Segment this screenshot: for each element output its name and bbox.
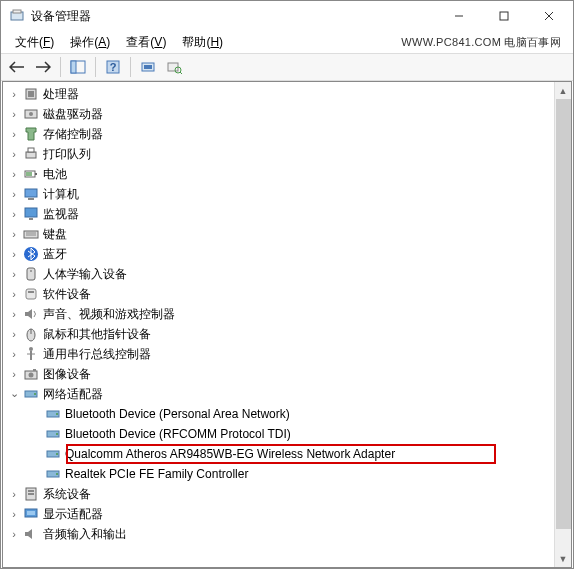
tree-node[interactable]: ›打印队列 [3, 144, 571, 164]
svg-point-49 [56, 433, 58, 435]
tree-node[interactable]: ›Qualcomm Atheros AR9485WB-EG Wireless N… [3, 444, 571, 464]
forward-button[interactable] [31, 55, 55, 79]
expand-icon[interactable]: › [7, 288, 21, 300]
printer-icon [23, 146, 39, 162]
svg-line-14 [180, 72, 182, 74]
tree-node[interactable]: ›音频输入和输出 [3, 524, 571, 544]
tree-node[interactable]: ›存储控制器 [3, 124, 571, 144]
scrollbar-vertical[interactable]: ▲ ▼ [554, 82, 571, 567]
tree-node-label: 键盘 [43, 226, 73, 243]
expand-icon[interactable]: › [7, 88, 21, 100]
menu-file[interactable]: 文件(F) [7, 32, 62, 53]
tree-node-label: 监视器 [43, 206, 85, 223]
svg-point-47 [56, 413, 58, 415]
tree-node[interactable]: ›声音、视频和游戏控制器 [3, 304, 571, 324]
hid-icon [23, 266, 39, 282]
toolbar-separator [95, 57, 96, 77]
tree-node[interactable]: ›Bluetooth Device (Personal Area Network… [3, 404, 571, 424]
device-tree[interactable]: ›处理器›磁盘驱动器›存储控制器›打印队列›电池›计算机›监视器›键盘›蓝牙›人… [3, 82, 571, 567]
tree-node[interactable]: ›软件设备 [3, 284, 571, 304]
show-hide-console-button[interactable] [66, 55, 90, 79]
tree-node[interactable]: ›显示适配器 [3, 504, 571, 524]
tree-node-label: 声音、视频和游戏控制器 [43, 306, 181, 323]
svg-rect-24 [25, 189, 37, 197]
toolbar: ? [1, 53, 573, 81]
battery-icon [23, 166, 39, 182]
scroll-thumb[interactable] [556, 99, 571, 529]
maximize-button[interactable] [481, 1, 526, 31]
tree-node-label: 存储控制器 [43, 126, 109, 143]
svg-rect-19 [26, 152, 36, 158]
tree-node[interactable]: ›磁盘驱动器 [3, 104, 571, 124]
tree-node[interactable]: ›图像设备 [3, 364, 571, 384]
tree-node[interactable]: ›蓝牙 [3, 244, 571, 264]
expand-icon[interactable]: › [7, 528, 21, 540]
tree-node[interactable]: ›人体学输入设备 [3, 264, 571, 284]
tree-node-label: 鼠标和其他指针设备 [43, 326, 157, 343]
tree-node[interactable]: ›键盘 [3, 224, 571, 244]
expand-icon[interactable]: › [7, 508, 21, 520]
menu-action[interactable]: 操作(A) [62, 32, 118, 53]
svg-point-51 [56, 453, 58, 455]
scan-changes-button[interactable] [162, 55, 186, 79]
tree-node-label: 人体学输入设备 [43, 266, 133, 283]
svg-rect-3 [500, 12, 508, 20]
expand-icon[interactable]: › [7, 168, 21, 180]
expand-icon[interactable]: › [7, 268, 21, 280]
collapse-icon[interactable]: ⌄ [7, 387, 21, 400]
svg-rect-35 [28, 291, 34, 293]
tree-node[interactable]: ›计算机 [3, 184, 571, 204]
expand-icon[interactable]: › [7, 228, 21, 240]
app-icon [9, 8, 25, 24]
storage-icon [23, 126, 39, 142]
expand-icon[interactable]: › [7, 308, 21, 320]
tree-node[interactable]: ›处理器 [3, 84, 571, 104]
back-button[interactable] [5, 55, 29, 79]
svg-point-18 [29, 112, 33, 116]
window-title: 设备管理器 [31, 8, 436, 25]
expand-icon[interactable]: › [7, 488, 21, 500]
tree-node[interactable]: ›Realtek PCIe FE Family Controller [3, 464, 571, 484]
svg-point-53 [56, 473, 58, 475]
expand-icon[interactable]: › [7, 188, 21, 200]
scroll-up-button[interactable]: ▲ [555, 82, 571, 99]
minimize-button[interactable] [436, 1, 481, 31]
tree-node[interactable]: ›电池 [3, 164, 571, 184]
bluetooth-icon [23, 246, 39, 262]
svg-rect-1 [13, 10, 21, 13]
tree-node-label: 处理器 [43, 86, 85, 103]
help-button[interactable]: ? [101, 55, 125, 79]
expand-icon[interactable]: › [7, 328, 21, 340]
close-button[interactable] [526, 1, 571, 31]
svg-rect-26 [25, 208, 37, 217]
tree-node[interactable]: ›系统设备 [3, 484, 571, 504]
svg-rect-56 [28, 493, 34, 495]
svg-rect-58 [27, 511, 35, 515]
tree-node-label: 系统设备 [43, 486, 97, 503]
svg-rect-7 [71, 61, 76, 73]
tree-node-label: 图像设备 [43, 366, 97, 383]
scroll-down-button[interactable]: ▼ [555, 550, 571, 567]
tree-node[interactable]: ›Bluetooth Device (RFCOMM Protocol TDI) [3, 424, 571, 444]
menu-view[interactable]: 查看(V) [118, 32, 174, 53]
expand-icon[interactable]: › [7, 248, 21, 260]
expand-icon[interactable]: › [7, 208, 21, 220]
expand-icon[interactable]: › [7, 148, 21, 160]
tree-node-label: Bluetooth Device (RFCOMM Protocol TDI) [65, 427, 297, 441]
svg-rect-43 [33, 369, 36, 371]
menu-bar: 文件(F) 操作(A) 查看(V) 帮助(H) WWW.PC841.COM 电脑… [1, 31, 573, 53]
expand-icon[interactable]: › [7, 128, 21, 140]
expand-icon[interactable]: › [7, 108, 21, 120]
svg-text:?: ? [110, 61, 117, 73]
tree-node-label: 音频输入和输出 [43, 526, 133, 543]
tree-node[interactable]: ›鼠标和其他指针设备 [3, 324, 571, 344]
tree-node[interactable]: ›监视器 [3, 204, 571, 224]
expand-icon[interactable]: › [7, 368, 21, 380]
expand-icon[interactable]: › [7, 348, 21, 360]
mouse-icon [23, 326, 39, 342]
menu-help[interactable]: 帮助(H) [174, 32, 231, 53]
netcard-icon [45, 446, 61, 462]
tree-node[interactable]: ⌄网络适配器 [3, 384, 571, 404]
scan-hardware-button[interactable] [136, 55, 160, 79]
tree-node[interactable]: ›通用串行总线控制器 [3, 344, 571, 364]
